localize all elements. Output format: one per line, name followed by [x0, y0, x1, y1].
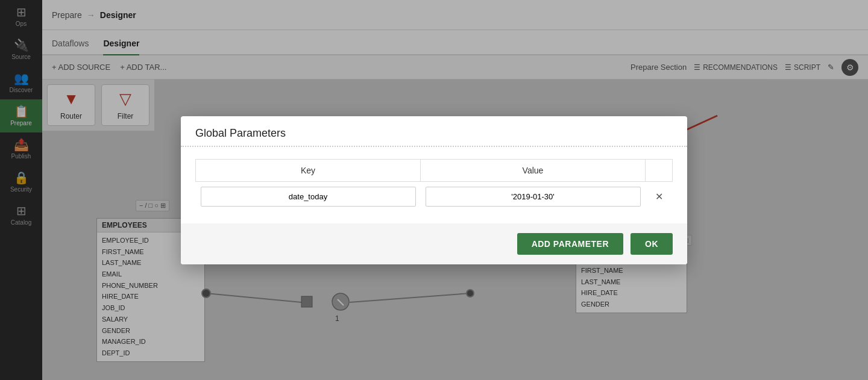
modal-title: Global Parameters [195, 127, 286, 139]
key-column-header: Key [196, 159, 421, 181]
key-input-0[interactable] [201, 187, 416, 207]
value-column-header: Value [421, 159, 646, 181]
parameters-table: Key Value [195, 159, 673, 211]
global-parameters-modal: Global Parameters Key Value [181, 116, 687, 264]
add-parameter-button[interactable]: ADD PARAMETER [517, 233, 623, 255]
parameter-row-0: ✕ [196, 181, 673, 211]
modal-body: Key Value [181, 147, 687, 223]
modal-footer: ADD PARAMETER OK [181, 223, 687, 264]
delete-cell-0: ✕ [646, 181, 673, 211]
key-cell-0 [196, 181, 421, 211]
ok-button[interactable]: OK [631, 233, 673, 255]
modal-header: Global Parameters [181, 116, 687, 147]
value-cell-0 [421, 181, 646, 211]
delete-row-0-button[interactable]: ✕ [650, 188, 668, 205]
delete-column-header [646, 159, 673, 181]
value-input-0[interactable] [426, 187, 641, 207]
modal-overlay[interactable]: Global Parameters Key Value [0, 0, 868, 380]
